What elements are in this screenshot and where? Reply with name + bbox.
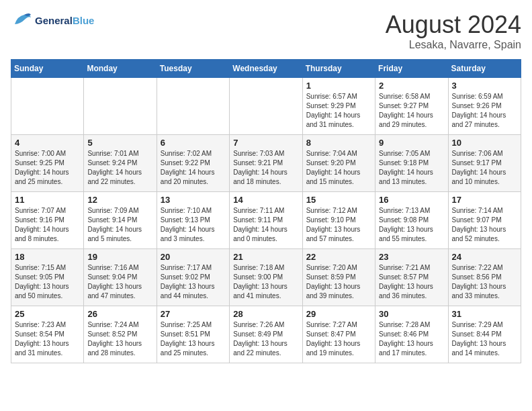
calendar-cell: 8Sunrise: 7:04 AM Sunset: 9:20 PM Daylig… [302,135,375,192]
day-number: 29 [306,309,371,319]
day-number: 1 [306,81,371,91]
day-info: Sunrise: 6:58 AM Sunset: 9:27 PM Dayligh… [379,92,444,130]
day-number: 12 [87,195,152,205]
title-block: August 2024 Lesaka, Navarre, Spain [386,11,521,51]
day-number: 26 [87,309,152,319]
calendar-week-row: 11Sunrise: 7:07 AM Sunset: 9:16 PM Dayli… [11,192,521,249]
calendar-cell: 19Sunrise: 7:16 AM Sunset: 9:04 PM Dayli… [84,249,157,306]
day-number: 9 [379,138,444,148]
calendar-table: SundayMondayTuesdayWednesdayThursdayFrid… [11,59,521,363]
weekday-header: Monday [84,60,157,78]
day-number: 25 [15,309,80,319]
logo-text: GeneralBlue [35,15,94,26]
day-info: Sunrise: 7:06 AM Sunset: 9:17 PM Dayligh… [452,149,517,187]
calendar-cell: 23Sunrise: 7:21 AM Sunset: 8:57 PM Dayli… [375,249,448,306]
day-number: 20 [161,252,226,262]
calendar-cell: 10Sunrise: 7:06 AM Sunset: 9:17 PM Dayli… [448,135,521,192]
day-number: 14 [233,195,298,205]
calendar-cell: 13Sunrise: 7:10 AM Sunset: 9:13 PM Dayli… [157,192,229,249]
weekday-header: Thursday [302,60,375,78]
weekday-header: Friday [375,60,448,78]
day-number: 7 [233,138,298,148]
calendar-cell: 2Sunrise: 6:58 AM Sunset: 9:27 PM Daylig… [375,78,448,135]
day-number: 4 [15,138,80,148]
day-info: Sunrise: 7:25 AM Sunset: 8:51 PM Dayligh… [161,320,226,358]
logo: GeneralBlue [11,11,94,30]
page-header: GeneralBlue August 2024 Lesaka, Navarre,… [11,11,521,51]
calendar-week-row: 18Sunrise: 7:15 AM Sunset: 9:05 PM Dayli… [11,249,521,306]
day-number: 21 [233,252,298,262]
day-number: 11 [15,195,80,205]
calendar-cell: 31Sunrise: 7:29 AM Sunset: 8:44 PM Dayli… [448,306,521,363]
calendar-cell: 14Sunrise: 7:11 AM Sunset: 9:11 PM Dayli… [230,192,302,249]
main-title: August 2024 [386,11,521,39]
logo-icon [11,11,32,30]
calendar-cell: 28Sunrise: 7:26 AM Sunset: 8:49 PM Dayli… [230,306,302,363]
subtitle: Lesaka, Navarre, Spain [386,39,521,51]
calendar-cell: 5Sunrise: 7:01 AM Sunset: 9:24 PM Daylig… [84,135,157,192]
calendar-cell: 25Sunrise: 7:23 AM Sunset: 8:54 PM Dayli… [11,306,84,363]
day-number: 19 [87,252,152,262]
day-info: Sunrise: 7:14 AM Sunset: 9:07 PM Dayligh… [452,206,517,244]
day-number: 8 [306,138,371,148]
calendar-cell: 1Sunrise: 6:57 AM Sunset: 9:29 PM Daylig… [302,78,375,135]
day-info: Sunrise: 7:27 AM Sunset: 8:47 PM Dayligh… [306,320,371,358]
day-info: Sunrise: 7:21 AM Sunset: 8:57 PM Dayligh… [379,263,444,301]
day-info: Sunrise: 7:28 AM Sunset: 8:46 PM Dayligh… [379,320,444,358]
day-number: 17 [452,195,517,205]
day-info: Sunrise: 6:57 AM Sunset: 9:29 PM Dayligh… [306,92,371,130]
calendar-cell: 26Sunrise: 7:24 AM Sunset: 8:52 PM Dayli… [84,306,157,363]
calendar-cell [84,78,157,135]
day-info: Sunrise: 7:00 AM Sunset: 9:25 PM Dayligh… [15,149,80,187]
weekday-header: Sunday [11,60,84,78]
day-number: 6 [161,138,226,148]
calendar-cell: 9Sunrise: 7:05 AM Sunset: 9:18 PM Daylig… [375,135,448,192]
day-info: Sunrise: 7:09 AM Sunset: 9:14 PM Dayligh… [87,206,152,244]
calendar-cell: 20Sunrise: 7:17 AM Sunset: 9:02 PM Dayli… [157,249,229,306]
day-info: Sunrise: 7:02 AM Sunset: 9:22 PM Dayligh… [161,149,226,187]
day-number: 13 [161,195,226,205]
day-info: Sunrise: 7:05 AM Sunset: 9:18 PM Dayligh… [379,149,444,187]
calendar-week-row: 25Sunrise: 7:23 AM Sunset: 8:54 PM Dayli… [11,306,521,363]
day-info: Sunrise: 6:59 AM Sunset: 9:26 PM Dayligh… [452,92,517,130]
day-info: Sunrise: 7:20 AM Sunset: 8:59 PM Dayligh… [306,263,371,301]
day-info: Sunrise: 7:11 AM Sunset: 9:11 PM Dayligh… [233,206,298,244]
calendar-cell: 3Sunrise: 6:59 AM Sunset: 9:26 PM Daylig… [448,78,521,135]
day-info: Sunrise: 7:17 AM Sunset: 9:02 PM Dayligh… [161,263,226,301]
day-info: Sunrise: 7:03 AM Sunset: 9:21 PM Dayligh… [233,149,298,187]
weekday-header: Tuesday [157,60,229,78]
day-number: 2 [379,81,444,91]
day-number: 24 [452,252,517,262]
day-info: Sunrise: 7:15 AM Sunset: 9:05 PM Dayligh… [15,263,80,301]
day-info: Sunrise: 7:24 AM Sunset: 8:52 PM Dayligh… [87,320,152,358]
day-info: Sunrise: 7:12 AM Sunset: 9:10 PM Dayligh… [306,206,371,244]
calendar-cell: 22Sunrise: 7:20 AM Sunset: 8:59 PM Dayli… [302,249,375,306]
day-info: Sunrise: 7:13 AM Sunset: 9:08 PM Dayligh… [379,206,444,244]
day-number: 23 [379,252,444,262]
calendar-cell: 29Sunrise: 7:27 AM Sunset: 8:47 PM Dayli… [302,306,375,363]
calendar-header-row: SundayMondayTuesdayWednesdayThursdayFrid… [11,60,521,78]
calendar-cell [157,78,229,135]
day-number: 5 [87,138,152,148]
calendar-cell [11,78,84,135]
day-info: Sunrise: 7:10 AM Sunset: 9:13 PM Dayligh… [161,206,226,244]
day-info: Sunrise: 7:26 AM Sunset: 8:49 PM Dayligh… [233,320,298,358]
day-number: 22 [306,252,371,262]
calendar-cell: 24Sunrise: 7:22 AM Sunset: 8:56 PM Dayli… [448,249,521,306]
calendar-cell: 11Sunrise: 7:07 AM Sunset: 9:16 PM Dayli… [11,192,84,249]
calendar-week-row: 4Sunrise: 7:00 AM Sunset: 9:25 PM Daylig… [11,135,521,192]
day-number: 27 [161,309,226,319]
day-number: 28 [233,309,298,319]
day-number: 10 [452,138,517,148]
calendar-cell: 4Sunrise: 7:00 AM Sunset: 9:25 PM Daylig… [11,135,84,192]
calendar-cell [230,78,302,135]
day-info: Sunrise: 7:18 AM Sunset: 9:00 PM Dayligh… [233,263,298,301]
day-info: Sunrise: 7:23 AM Sunset: 8:54 PM Dayligh… [15,320,80,358]
day-number: 18 [15,252,80,262]
calendar-cell: 30Sunrise: 7:28 AM Sunset: 8:46 PM Dayli… [375,306,448,363]
calendar-cell: 17Sunrise: 7:14 AM Sunset: 9:07 PM Dayli… [448,192,521,249]
calendar-cell: 7Sunrise: 7:03 AM Sunset: 9:21 PM Daylig… [230,135,302,192]
calendar-cell: 18Sunrise: 7:15 AM Sunset: 9:05 PM Dayli… [11,249,84,306]
day-number: 16 [379,195,444,205]
day-info: Sunrise: 7:04 AM Sunset: 9:20 PM Dayligh… [306,149,371,187]
